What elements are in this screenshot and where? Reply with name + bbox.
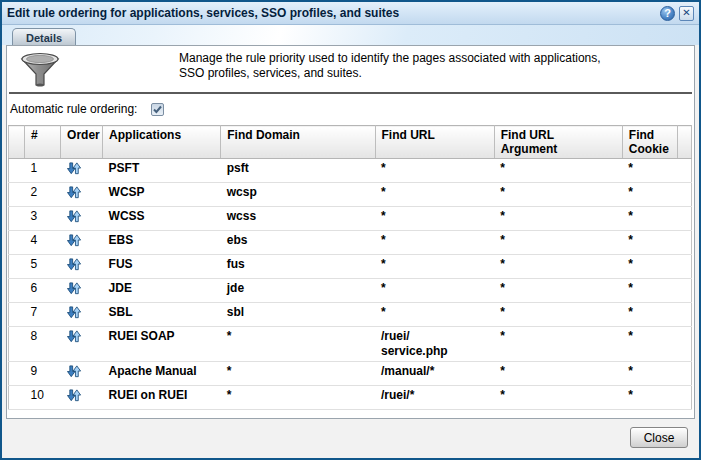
dialog-title: Edit rule ordering for applications, ser… xyxy=(7,6,660,20)
rule-find-cookie: * xyxy=(622,255,677,279)
rule-find-url: /manual/* xyxy=(375,362,494,386)
table-row: 6JDEjde*** xyxy=(9,279,692,303)
rules-table-wrap: #OrderApplicationsFind DomainFind URLFin… xyxy=(8,125,693,410)
rules-table-body: 1PSFTpsft***2WCSPwcsp***3WCSSwcss***4EBS… xyxy=(9,159,692,410)
rule-find-url: * xyxy=(375,279,494,303)
checkmark-icon xyxy=(152,104,163,115)
reorder-up-down-icon[interactable] xyxy=(67,209,82,224)
rule-application: FUS xyxy=(103,255,221,279)
row-edge-cell xyxy=(9,207,25,231)
rule-number: 9 xyxy=(25,362,61,386)
table-row: 2WCSPwcsp*** xyxy=(9,183,692,207)
rule-find-url: /ruei/* xyxy=(375,386,494,410)
rule-find-url: * xyxy=(375,207,494,231)
reorder-up-down-icon[interactable] xyxy=(67,305,82,320)
table-row: 9Apache Manual*/manual/*** xyxy=(9,362,692,386)
automatic-rule-ordering-row: Automatic rule ordering: xyxy=(7,94,694,124)
rule-order-cell xyxy=(61,362,103,386)
column-header: Find Domain xyxy=(221,126,375,159)
reorder-up-down-icon[interactable] xyxy=(67,185,82,200)
rule-order-cell xyxy=(61,255,103,279)
row-edge-cell xyxy=(677,303,691,327)
rule-number: 2 xyxy=(25,183,61,207)
tab-details[interactable]: Details xyxy=(12,28,76,45)
column-header: Order xyxy=(61,126,103,159)
help-icon[interactable]: ? xyxy=(660,6,675,21)
rule-number: 5 xyxy=(25,255,61,279)
rule-order-cell xyxy=(61,386,103,410)
rule-find-cookie: * xyxy=(622,159,677,183)
column-header: Applications xyxy=(103,126,221,159)
rule-find-domain: wcss xyxy=(221,207,375,231)
reorder-up-down-icon[interactable] xyxy=(67,388,82,403)
row-edge-cell xyxy=(677,231,691,255)
automatic-rule-ordering-checkbox[interactable] xyxy=(151,103,164,116)
dialog-description: Manage the rule priority used to identif… xyxy=(179,51,688,81)
rule-find-url-argument: * xyxy=(494,207,622,231)
reorder-up-down-icon[interactable] xyxy=(67,329,82,344)
rule-find-domain: psft xyxy=(221,159,375,183)
row-edge-cell xyxy=(9,279,25,303)
reorder-up-down-icon[interactable] xyxy=(67,233,82,248)
rule-find-url-argument: * xyxy=(494,279,622,303)
rule-find-url: * xyxy=(375,231,494,255)
column-header: Find Cookie xyxy=(622,126,677,159)
rule-find-url: * xyxy=(375,183,494,207)
header-edge-cell xyxy=(9,126,25,159)
reorder-up-down-icon[interactable] xyxy=(67,364,82,379)
rule-order-cell xyxy=(61,207,103,231)
rule-find-url: /ruei/ service.php xyxy=(375,327,494,362)
table-row: 5FUSfus*** xyxy=(9,255,692,279)
rule-order-cell xyxy=(61,327,103,362)
rule-find-domain: fus xyxy=(221,255,375,279)
rule-find-cookie: * xyxy=(622,279,677,303)
row-edge-cell xyxy=(677,183,691,207)
automatic-rule-ordering-label: Automatic rule ordering: xyxy=(10,102,137,116)
rule-number: 6 xyxy=(25,279,61,303)
rule-find-url-argument: * xyxy=(494,303,622,327)
rule-find-url-argument: * xyxy=(494,255,622,279)
rule-find-domain: wcsp xyxy=(221,183,375,207)
rule-find-cookie: * xyxy=(622,231,677,255)
rule-number: 8 xyxy=(25,327,61,362)
rule-order-cell xyxy=(61,159,103,183)
rule-find-domain: * xyxy=(221,386,375,410)
row-edge-cell xyxy=(9,183,25,207)
funnel-icon xyxy=(19,50,61,94)
rule-find-cookie: * xyxy=(622,303,677,327)
reorder-up-down-icon[interactable] xyxy=(67,257,82,272)
rule-order-cell xyxy=(61,279,103,303)
row-edge-cell xyxy=(677,386,691,410)
rule-find-cookie: * xyxy=(622,362,677,386)
row-edge-cell xyxy=(677,207,691,231)
row-edge-cell xyxy=(9,327,25,362)
rule-order-cell xyxy=(61,303,103,327)
table-row: 4EBSebs*** xyxy=(9,231,692,255)
rule-find-domain: * xyxy=(221,327,375,362)
table-row: 7SBLsbl*** xyxy=(9,303,692,327)
row-edge-cell xyxy=(677,279,691,303)
row-edge-cell xyxy=(677,362,691,386)
rule-application: SBL xyxy=(103,303,221,327)
reorder-up-down-icon[interactable] xyxy=(67,281,82,296)
rule-order-cell xyxy=(61,231,103,255)
rule-find-url: * xyxy=(375,159,494,183)
column-header: # xyxy=(25,126,61,159)
row-edge-cell xyxy=(677,327,691,362)
rule-find-cookie: * xyxy=(622,386,677,410)
rule-find-cookie: * xyxy=(622,327,677,362)
rules-table: #OrderApplicationsFind DomainFind URLFin… xyxy=(8,125,692,410)
rule-application: JDE xyxy=(103,279,221,303)
rule-find-url-argument: * xyxy=(494,386,622,410)
reorder-up-down-icon[interactable] xyxy=(67,161,82,176)
close-icon[interactable]: ✕ xyxy=(679,6,694,21)
edit-rule-ordering-dialog: Edit rule ordering for applications, ser… xyxy=(0,0,701,460)
rule-find-url-argument: * xyxy=(494,159,622,183)
rule-application: Apache Manual xyxy=(103,362,221,386)
table-header-row: #OrderApplicationsFind DomainFind URLFin… xyxy=(9,126,692,159)
close-button[interactable]: Close xyxy=(630,427,688,448)
rule-find-domain: jde xyxy=(221,279,375,303)
rule-order-cell xyxy=(61,183,103,207)
column-header: Find URL xyxy=(375,126,494,159)
rule-number: 10 xyxy=(25,386,61,410)
